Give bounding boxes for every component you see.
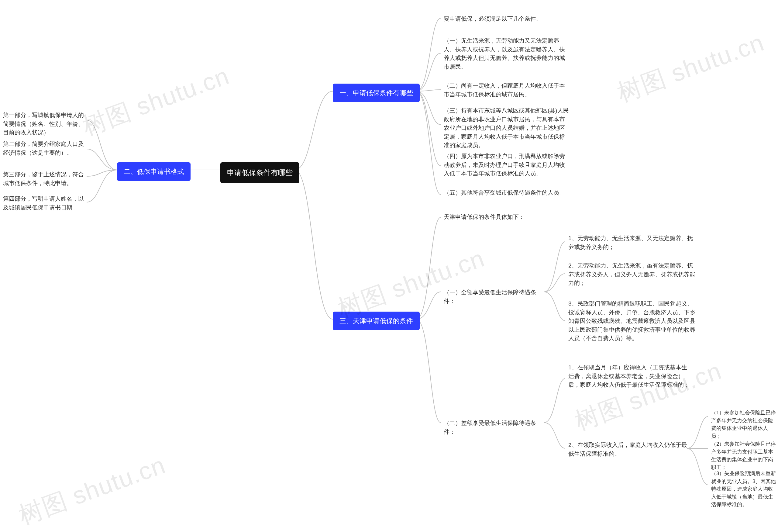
branch-3-sub1-item: 1、无劳动能力、无生活来源、又无法定赡养、抚养或抚养义务的； — [568, 234, 696, 251]
branch-3-sub2-subsub: （2）未参加社会保险且已停产多年并无力支付职工基本生活费的集体企业中的下岗职工； — [711, 440, 776, 471]
branch-3-sub1-item: 3、民政部门管理的精简退职职工、国民党起义、投诚宽释人员、外侨、归侨、台胞救济人… — [568, 299, 696, 343]
branch-3-sub2-subsub: （1）未参加社会保险且已停产多年并无力交纳社会保险费的集体企业中的退休人员； — [711, 409, 776, 440]
branch-3-sub1-item: 2、无劳动能力、无生活来源，虽有法定赡养、抚养或抚养义务人，但义务人无赡养、抚养… — [568, 261, 696, 288]
branch-1-item: （二）尚有一定收入，但家庭月人均收入低于本市当年城市低保标准的城市居民。 — [444, 81, 570, 99]
branch-3-sub2-subsub: （3）失业保险期满后未重新就业的无业人员。3、因其他特殊原因，造成家庭人均收入低… — [711, 470, 776, 509]
branch-1-item: （五）其他符合享受城市低保待遇条件的人员。 — [444, 188, 565, 197]
branch-2-item: 第四部分，写明申请人姓名，以及城镇居民低保申请书日期。 — [3, 195, 88, 212]
branch-1-item: （三）持有本市东城等八城区或其他郊区(县)人民政府所在地的非农业户口城市居民，与… — [444, 106, 570, 150]
branch-1-item: 要申请低保，必须满足以下几个条件。 — [444, 15, 542, 23]
branch-2-item: 第三部分，鉴于上述情况，符合城市低保条件，特此申请。 — [3, 170, 88, 187]
branch-3-sub1: （一）全额享受最低生活保障待遇条件： — [444, 288, 547, 306]
branch-2-item: 第二部分，简要介绍家庭人口及经济情况（这是主要的）。 — [3, 140, 88, 157]
branch-1[interactable]: 一、申请低保条件有哪些 — [333, 84, 420, 102]
root-node[interactable]: 申请低保条件有哪些 — [220, 162, 299, 183]
watermark: 树图 shutu.cn — [14, 449, 170, 532]
branch-3-sub2: （二）差额享受最低生活保障待遇条件： — [444, 419, 547, 436]
branch-2-item: 第一部分，写城镇低保申请人的简要情况（姓名、性别、年龄、目前的收入状况）。 — [3, 111, 88, 137]
watermark: 树图 shutu.cn — [78, 60, 234, 144]
branch-1-item: （四）原为本市非农业户口，刑满释放或解除劳动教养后，未及时办理户口手续且家庭月人… — [444, 152, 570, 178]
branch-2[interactable]: 二、低保申请书格式 — [117, 162, 190, 181]
branch-3-sub2-item: 1、在领取当月（年）应得收入（工资或基本生活费，离退休金或基本养老金，失业保险金… — [568, 363, 690, 389]
branch-3-sub2-item: 2、在领取实际收入后，家庭人均收入仍低于最低生活保障标准的。 — [568, 441, 690, 458]
branch-1-item: （一）无生活来源，无劳动能力又无法定赡养人、扶养人或抚养人，以及虽有法定赡养人、… — [444, 36, 570, 71]
branch-3[interactable]: 三、天津申请低保的条件 — [333, 312, 420, 330]
branch-3-intro: 天津申请低保的条件具体如下： — [444, 213, 525, 222]
watermark: 树图 shutu.cn — [613, 26, 769, 110]
